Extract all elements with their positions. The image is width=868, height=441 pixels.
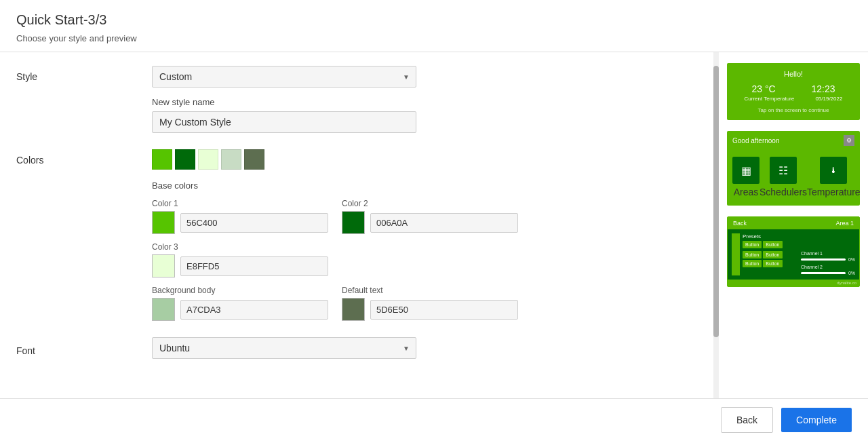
bottom-bar: Back Complete bbox=[0, 398, 868, 441]
areas-icon: ▦ bbox=[732, 157, 760, 184]
colors-label: Colors bbox=[16, 149, 152, 166]
bg-body-row bbox=[152, 298, 328, 321]
preview2-icon-schedulers: ☷ Schedulers bbox=[760, 157, 807, 197]
color3-row bbox=[152, 254, 328, 277]
swatch-2[interactable] bbox=[175, 149, 195, 170]
preview3-footer: dynalite.co bbox=[728, 280, 859, 286]
color2-preview[interactable] bbox=[342, 211, 365, 234]
color3-field: Color 3 bbox=[152, 242, 328, 277]
bg-body-field: Background body bbox=[152, 286, 328, 321]
color3-preview[interactable] bbox=[152, 254, 175, 277]
preview2-header: Good afternoon ⚙ bbox=[727, 131, 860, 150]
font-select[interactable]: Ubuntu Arial Roboto Open Sans bbox=[152, 337, 416, 359]
default-text-field: Default text bbox=[342, 286, 518, 321]
preview2-icon-areas: ▦ Areas bbox=[732, 157, 760, 197]
temperature-label: Temperature bbox=[807, 187, 860, 197]
default-text-preview[interactable] bbox=[342, 298, 365, 321]
scrollbar-thumb[interactable] bbox=[713, 66, 719, 337]
preview3-channel1-info: Channel 1 0% Channel 2 0% bbox=[801, 251, 855, 275]
color1-input[interactable] bbox=[180, 213, 328, 233]
default-text-label: Default text bbox=[342, 286, 518, 295]
preview3-ch1-btn3[interactable]: Button bbox=[743, 260, 762, 267]
colors-row: Colors Base colors Color 1 bbox=[16, 149, 703, 321]
swatch-1[interactable] bbox=[152, 149, 172, 170]
preview3-btn-row1: Button Button bbox=[743, 241, 855, 248]
swatch-5[interactable] bbox=[244, 149, 264, 170]
font-select-wrapper[interactable]: Ubuntu Arial Roboto Open Sans ▼ bbox=[152, 337, 416, 359]
preview1-title: Hello! bbox=[734, 70, 853, 78]
preview1-temp: 23 °C bbox=[751, 83, 775, 94]
preview3-ch1-slider: 0% bbox=[801, 257, 855, 262]
preview3-ch1-btns: Button Button bbox=[743, 251, 797, 258]
preview3-sidebar bbox=[732, 233, 740, 275]
preview3-content: Presets Button Button Button bbox=[732, 233, 855, 275]
style-select-wrapper[interactable]: Custom Default Dark Light ▼ bbox=[152, 66, 416, 88]
preview3-ch1-value: 0% bbox=[848, 257, 855, 262]
preview3-ch2-value: 0% bbox=[848, 271, 855, 275]
bg-body-input[interactable] bbox=[180, 300, 328, 320]
base-colors-title: Base colors bbox=[152, 180, 703, 191]
preview3-channel1-section: Button Button Button Button bbox=[743, 251, 797, 275]
preview1-temp-label: Current Temperature bbox=[745, 96, 795, 102]
preview3-btn2[interactable]: Button bbox=[763, 241, 782, 248]
preview3-back: Back bbox=[733, 220, 747, 227]
colors-content: Base colors Color 1 Color 2 bbox=[152, 149, 703, 321]
page-subtitle: Choose your style and preview bbox=[16, 33, 852, 43]
color1-row bbox=[152, 211, 328, 234]
right-panel: Hello! 23 °C 12:23 Current Temperature 0… bbox=[719, 52, 868, 398]
color2-input[interactable] bbox=[370, 213, 518, 233]
font-label: Font bbox=[16, 340, 152, 356]
preview3-body: Presets Button Button Button bbox=[728, 229, 859, 280]
preview2-icons: ▦ Areas ☷ Schedulers 🌡 Temperature bbox=[727, 150, 860, 206]
preview3-ch1-btn1[interactable]: Button bbox=[743, 251, 762, 258]
preview1-labels: Current Temperature 05/19/2022 bbox=[734, 96, 853, 102]
preview2-title: Good afternoon bbox=[732, 137, 780, 145]
preview3-ch1-label: Channel 1 bbox=[801, 251, 855, 256]
preview1-time: 12:23 bbox=[812, 83, 835, 94]
page-title: Quick Start-3/3 bbox=[16, 12, 852, 28]
preview3-ch1-btn4[interactable]: Button bbox=[763, 260, 782, 267]
new-style-name-label: New style name bbox=[152, 97, 437, 107]
swatch-4[interactable] bbox=[221, 149, 241, 170]
gear-icon: ⚙ bbox=[844, 135, 854, 146]
font-control: Ubuntu Arial Roboto Open Sans ▼ bbox=[152, 337, 437, 359]
color2-label: Color 2 bbox=[342, 199, 518, 208]
preview3-ch1-track bbox=[801, 258, 846, 261]
preview-good-afternoon: Good afternoon ⚙ ▦ Areas ☷ Schedulers 🌡 … bbox=[727, 131, 860, 206]
complete-button[interactable]: Complete bbox=[781, 408, 852, 432]
color1-preview[interactable] bbox=[152, 211, 175, 234]
preview3-header: Back Area 1 bbox=[728, 217, 859, 229]
preview3-ch2-slider: 0% bbox=[801, 271, 855, 275]
preview1-footer: Tap on the screen to continue bbox=[734, 107, 853, 113]
style-label: Style bbox=[16, 66, 152, 82]
preview3-ch2-track bbox=[801, 272, 846, 274]
color3-label: Color 3 bbox=[152, 242, 328, 252]
schedulers-icon: ☷ bbox=[770, 157, 797, 184]
preview3-presets-title: Presets bbox=[743, 233, 855, 239]
preview3-ch1-btn2[interactable]: Button bbox=[763, 251, 782, 258]
left-panel: Style Custom Default Dark Light ▼ New st… bbox=[0, 52, 719, 398]
preview1-date: 05/19/2022 bbox=[815, 96, 842, 102]
color-fields-grid: Color 1 Color 2 bbox=[152, 199, 518, 321]
style-select[interactable]: Custom Default Dark Light bbox=[152, 66, 416, 88]
default-text-input[interactable] bbox=[370, 300, 518, 320]
swatch-3[interactable] bbox=[198, 149, 218, 170]
color1-field: Color 1 bbox=[152, 199, 328, 234]
preview3-btn1[interactable]: Button bbox=[743, 241, 762, 248]
preview1-main: 23 °C 12:23 bbox=[734, 83, 853, 94]
preview2-icon-temperature: 🌡 Temperature bbox=[807, 157, 860, 197]
color1-label: Color 1 bbox=[152, 199, 328, 208]
main-content: Style Custom Default Dark Light ▼ New st… bbox=[0, 52, 868, 398]
preview-hello: Hello! 23 °C 12:23 Current Temperature 0… bbox=[727, 63, 860, 120]
areas-label: Areas bbox=[734, 187, 759, 197]
back-button[interactable]: Back bbox=[721, 407, 773, 433]
style-control: Custom Default Dark Light ▼ New style na… bbox=[152, 66, 437, 133]
new-style-name-input[interactable] bbox=[152, 111, 416, 133]
style-row: Style Custom Default Dark Light ▼ New st… bbox=[16, 66, 703, 133]
preview-area: Back Area 1 Presets Button Button bbox=[727, 216, 860, 287]
color3-input[interactable] bbox=[180, 256, 328, 276]
bg-body-preview[interactable] bbox=[152, 298, 175, 321]
preview3-presets: Presets Button Button bbox=[743, 233, 855, 248]
schedulers-label: Schedulers bbox=[760, 187, 807, 197]
scrollbar-track[interactable] bbox=[713, 52, 719, 398]
